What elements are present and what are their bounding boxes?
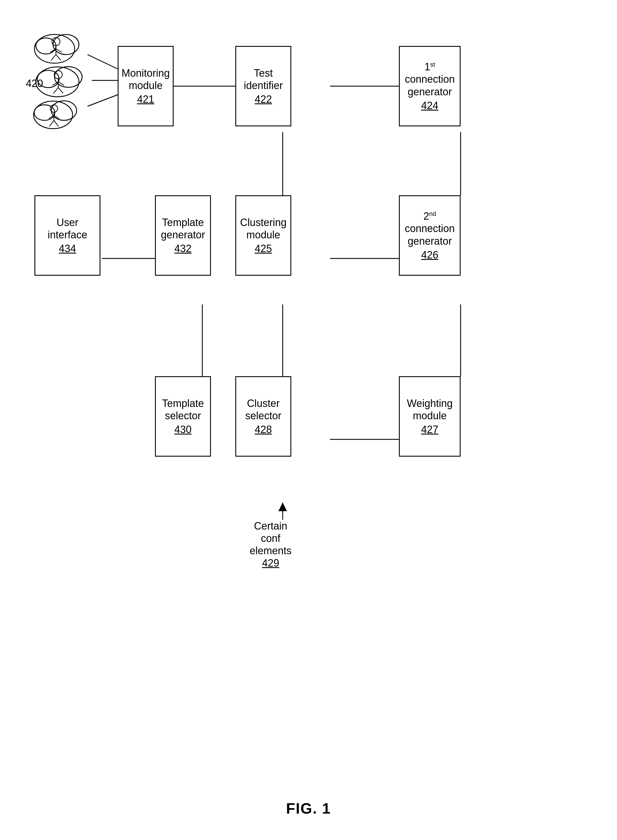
box-template-generator: Templategenerator 432	[155, 195, 211, 276]
figure-caption: FIG. 1	[286, 800, 331, 817]
first-connection-generator-number: 424	[421, 100, 438, 112]
template-selector-number: 430	[174, 424, 192, 436]
user-interface-label: Userinterface	[48, 216, 87, 241]
cluster-selector-number: 428	[255, 424, 272, 436]
svg-line-42	[49, 121, 54, 126]
box-template-selector: Templateselector 430	[155, 376, 211, 457]
weighting-module-number: 427	[421, 424, 438, 436]
box-test-identifier: Testidentifier 422	[235, 46, 291, 126]
box-first-connection-generator: 1stconnectiongenerator 424	[399, 46, 461, 126]
second-connection-generator-label: 2ndconnectiongenerator	[404, 210, 455, 247]
clustering-module-number: 425	[255, 243, 272, 255]
template-generator-label: Templategenerator	[161, 216, 205, 241]
svg-line-25	[56, 55, 61, 60]
box-cluster-selector: Clusterselector 428	[235, 376, 291, 457]
test-identifier-number: 422	[255, 93, 272, 105]
box-second-connection-generator: 2ndconnectiongenerator 426	[399, 195, 461, 276]
second-connection-generator-number: 426	[421, 249, 438, 261]
label-420: 420	[26, 78, 43, 90]
svg-line-34	[58, 87, 63, 93]
certain-conf-elements-label: Certainconfelements	[249, 520, 292, 556]
svg-marker-13	[278, 503, 287, 511]
box-user-interface: Userinterface 434	[34, 195, 100, 276]
svg-line-24	[51, 55, 56, 60]
box-monitoring-module: Monitoringmodule 421	[118, 46, 174, 126]
test-identifier-label: Testidentifier	[244, 67, 283, 92]
svg-point-29	[54, 71, 62, 79]
svg-line-43	[54, 121, 59, 126]
svg-line-33	[53, 87, 58, 93]
template-selector-label: Templateselector	[162, 397, 204, 422]
diagram-container: 420 Monitoringmodule 421 Testidentifier …	[17, 17, 600, 782]
cluster-selector-label: Clusterselector	[245, 397, 281, 422]
first-connection-generator-label: 1stconnectiongenerator	[404, 61, 455, 98]
certain-conf-elements-number: 429	[262, 557, 279, 569]
weighting-module-label: Weightingmodule	[407, 397, 453, 422]
box-clustering-module: Clusteringmodule 425	[235, 195, 291, 276]
monitoring-module-label: Monitoringmodule	[121, 67, 170, 92]
certain-conf-elements: Certainconfelements 429	[249, 520, 292, 569]
user-interface-number: 434	[59, 243, 76, 255]
monitoring-module-number: 421	[137, 93, 154, 105]
clustering-module-label: Clusteringmodule	[240, 216, 286, 241]
template-generator-number: 432	[174, 243, 192, 255]
box-weighting-module: Weightingmodule 427	[399, 376, 461, 457]
